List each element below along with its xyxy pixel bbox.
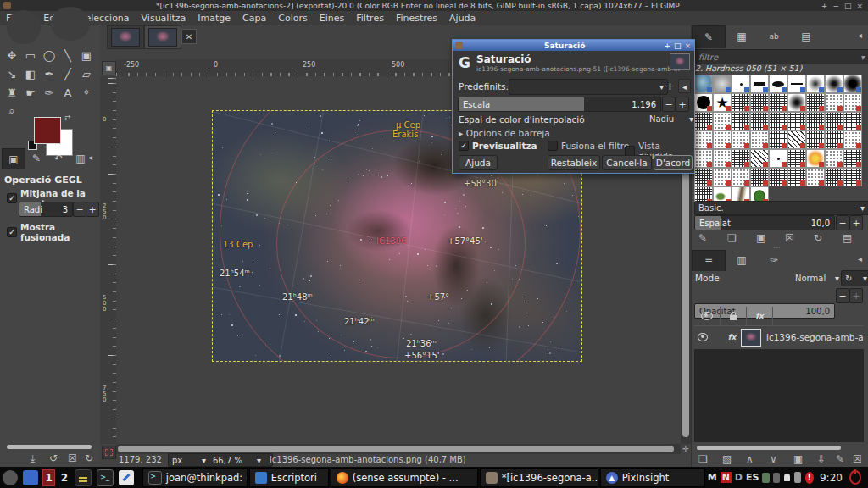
- layer-visibility-eye-icon[interactable]: [698, 333, 708, 341]
- brush-img[interactable]: [694, 75, 713, 93]
- new-brush-icon[interactable]: ❏: [727, 232, 737, 244]
- brush-tex[interactable]: [732, 112, 750, 130]
- unit-dropdown[interactable]: px▾: [168, 453, 210, 467]
- swap-colors-icon[interactable]: ⇄: [64, 114, 71, 122]
- taskbar-window-1[interactable]: >_joan@thinkpad: ~/...: [142, 468, 248, 487]
- restore-tool-preset-icon[interactable]: ↺: [49, 452, 58, 464]
- brush-tex[interactable]: [732, 149, 750, 168]
- brush-tex[interactable]: [825, 168, 843, 186]
- layers-scrollbar[interactable]: [697, 446, 841, 450]
- tray-battery-icon[interactable]: [794, 472, 800, 483]
- opacity-increment-button[interactable]: +: [849, 288, 863, 303]
- effects-column-fx-icon[interactable]: fx: [747, 307, 773, 325]
- add-preset-icon[interactable]: +: [664, 79, 676, 93]
- taskbar-window-3[interactable]: (sense assumpte) - ...: [331, 468, 478, 487]
- layer-row[interactable]: fx ic1396-segona-amb-anota: [694, 327, 864, 347]
- blending-options-expander[interactable]: ▸ Opcions de barreja: [459, 128, 550, 138]
- clock[interactable]: 9:20: [820, 472, 843, 484]
- brush-tex[interactable]: [732, 93, 750, 112]
- scale-increment-button[interactable]: +: [676, 97, 689, 112]
- tool-paintbrush-icon[interactable]: ╱: [58, 64, 77, 83]
- dock-menu-icon[interactable]: ◂: [858, 254, 862, 263]
- menu-colors[interactable]: Colors: [272, 13, 313, 24]
- brush-faint[interactable]: [806, 168, 825, 186]
- brush-tex[interactable]: [769, 93, 787, 112]
- spacing-slider[interactable]: Espaiat 10,0: [694, 215, 835, 230]
- tab-paths[interactable]: ✑: [758, 250, 790, 270]
- dock-menu-icon[interactable]: ◂: [88, 152, 92, 162]
- calendar-launcher-icon[interactable]: [75, 469, 92, 486]
- delete-layer-icon[interactable]: ☒: [853, 453, 862, 465]
- brush-faint[interactable]: [713, 112, 732, 130]
- brush-group-dropdown[interactable]: Basic.▾: [694, 201, 868, 215]
- brush-tex[interactable]: [843, 149, 862, 168]
- brush-bar[interactable]: [750, 75, 769, 93]
- editor-launcher-icon[interactable]: [119, 470, 134, 485]
- toolbox-scrollbar[interactable]: [7, 445, 92, 449]
- brush-faint[interactable]: [713, 130, 732, 149]
- tab-tool-options[interactable]: ▣: [2, 148, 25, 169]
- brush-soft3[interactable]: [843, 75, 862, 93]
- brush-faint[interactable]: [825, 149, 843, 168]
- pin-icon[interactable]: +: [821, 2, 828, 10]
- tool-paths-icon[interactable]: ✑: [40, 83, 58, 102]
- tray-updates-icon[interactable]: [773, 473, 779, 483]
- spacing-decrement-button[interactable]: −: [836, 215, 849, 230]
- raise-layer-icon[interactable]: ∧: [746, 453, 754, 465]
- tool-eraser-icon[interactable]: ▱: [77, 64, 96, 83]
- brush-tex[interactable]: [769, 168, 787, 186]
- delete-brush-icon[interactable]: ☒: [785, 232, 794, 244]
- menu-finestres[interactable]: Finestres: [390, 13, 443, 24]
- spacing-increment-button[interactable]: +: [849, 215, 863, 230]
- brush-faint[interactable]: [732, 168, 750, 186]
- radius-slider[interactable]: Radi 3: [19, 202, 73, 217]
- brush-faint[interactable]: [843, 130, 862, 149]
- brush-dot[interactable]: [769, 149, 787, 168]
- tab-channels[interactable]: ▥: [726, 250, 758, 270]
- brush-faint[interactable]: [843, 93, 862, 112]
- taskbar-window-4[interactable]: *[ic1396-segona-a...: [480, 468, 598, 487]
- brush-soft2[interactable]: [787, 93, 806, 112]
- merge-filter-checkbox[interactable]: Fusiona el filtre: [548, 141, 629, 151]
- refresh-brushes-icon[interactable]: ↻: [814, 232, 822, 244]
- brush-tex[interactable]: [787, 149, 806, 168]
- dialog-pin-icon[interactable]: +: [664, 42, 670, 50]
- open-brush-icon[interactable]: ▤: [843, 232, 852, 244]
- opacity-decrement-button[interactable]: −: [836, 288, 849, 303]
- workspace-2[interactable]: 2: [58, 470, 70, 485]
- brush-img2[interactable]: [713, 75, 732, 93]
- menu-imatge[interactable]: Imatge: [192, 13, 236, 24]
- menu-filtres[interactable]: Filtres: [350, 13, 390, 24]
- brush-tex[interactable]: [769, 130, 787, 149]
- tab-fonts[interactable]: ab: [758, 25, 790, 47]
- dialog-titlebar[interactable]: Saturació + □ ×: [453, 40, 694, 51]
- brush-faint[interactable]: [694, 149, 713, 168]
- taskbar-window-2[interactable]: Escriptori: [249, 468, 329, 487]
- brush-ellipse[interactable]: [769, 75, 787, 93]
- menu-visualitza[interactable]: Visualitza: [136, 13, 192, 24]
- tool-text-icon[interactable]: A: [58, 83, 77, 102]
- tool-ink-icon[interactable]: ✒: [40, 64, 58, 83]
- save-tool-preset-icon[interactable]: ⤓: [31, 452, 35, 464]
- radius-decrement-button[interactable]: −: [73, 202, 86, 217]
- brush-tex[interactable]: [806, 93, 825, 112]
- tool-crop-icon[interactable]: ▣: [77, 46, 96, 64]
- layer-mode-dropdown[interactable]: Normal▾: [792, 271, 843, 285]
- brush-soft1[interactable]: [806, 75, 825, 93]
- brush-faint[interactable]: [825, 93, 843, 112]
- brush-star[interactable]: ★: [713, 93, 732, 112]
- tool-gradient-icon[interactable]: ◧: [21, 64, 40, 83]
- brush-disc[interactable]: [694, 93, 713, 112]
- tray-alert-icon[interactable]: !: [805, 472, 814, 484]
- close-tab-icon[interactable]: ✕: [181, 29, 197, 44]
- new-layer-icon[interactable]: ❏: [698, 453, 708, 465]
- tray-network-icon[interactable]: [762, 473, 770, 483]
- tray-letter-d[interactable]: D: [735, 472, 743, 483]
- brush-tex[interactable]: [750, 112, 769, 130]
- navigation-button[interactable]: ✛: [681, 444, 691, 454]
- scale-slider[interactable]: Escala 1,196: [458, 97, 661, 112]
- brush-tex[interactable]: [750, 93, 769, 112]
- tab-patterns[interactable]: ▦: [726, 25, 758, 47]
- anchor-layer-icon[interactable]: ✎: [836, 453, 844, 465]
- edit-brush-icon[interactable]: ✎: [698, 232, 707, 244]
